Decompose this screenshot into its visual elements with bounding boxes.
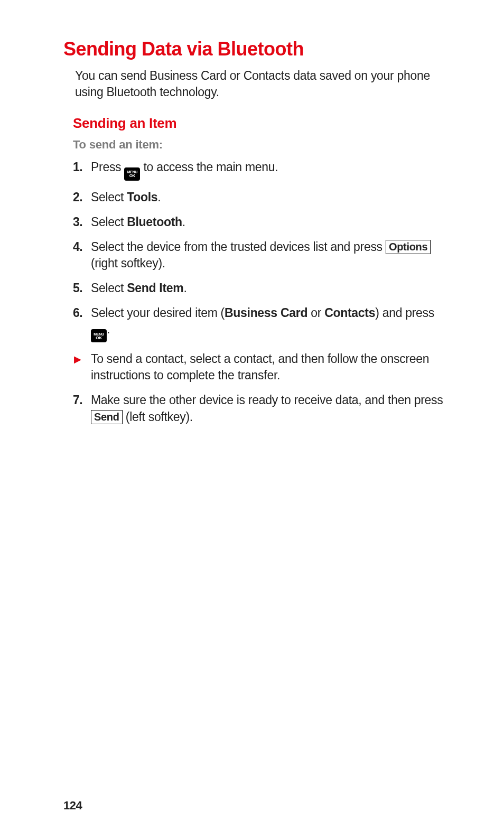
step-bold: Bluetooth [127, 215, 182, 229]
page-number: 124 [63, 799, 82, 813]
step-text: to access the main menu. [140, 160, 278, 174]
step-text: (right softkey). [91, 256, 165, 270]
step-number: 5. [73, 280, 82, 296]
step-4: 4. Select the device from the trusted de… [73, 239, 451, 272]
sub-bullet-text: To send a contact, select a contact, and… [91, 352, 429, 382]
step-text: (left softkey). [123, 410, 193, 424]
step-1: 1. Press MENUOK to access the main menu. [73, 159, 451, 181]
step-text: Press [91, 160, 124, 174]
step-text: Select your desired item ( [91, 306, 225, 320]
steps-list: 1. Press MENUOK to access the main menu.… [73, 159, 451, 342]
triangle-bullet-icon: ▶ [74, 353, 81, 366]
step-number: 7. [73, 392, 82, 408]
step-bold: Send Item [127, 281, 183, 295]
step-text: ) and press [375, 306, 434, 320]
step-number: 4. [73, 239, 82, 255]
step-6: 6. Select your desired item (Business Ca… [73, 305, 451, 343]
menu-ok-key-icon: MENUOK [124, 167, 140, 181]
options-softkey-icon: Options [386, 240, 431, 254]
page-title: Sending Data via Bluetooth [63, 38, 451, 60]
step-3: 3. Select Bluetooth. [73, 214, 451, 230]
step-number: 6. [73, 305, 82, 321]
step-text: Make sure the other device is ready to r… [91, 393, 443, 407]
step-5: 5. Select Send Item. [73, 280, 451, 296]
sub-bullet: ▶ To send a contact, select a contact, a… [73, 351, 451, 384]
section-subtitle: Sending an Item [73, 115, 451, 132]
step-text: . [182, 215, 185, 229]
step-number: 1. [73, 159, 82, 175]
menu-ok-key-icon: MENUOK [91, 329, 107, 342]
intro-paragraph: You can send Business Card or Contacts d… [75, 68, 451, 100]
step-7: 7. Make sure the other device is ready t… [73, 392, 451, 425]
manual-page: Sending Data via Bluetooth You can send … [0, 0, 504, 840]
step-text: or [307, 306, 324, 320]
step-text: Select [91, 190, 127, 204]
send-softkey-icon: Send [91, 410, 123, 424]
step-number: 2. [73, 189, 82, 206]
lead-text: To send an item: [73, 138, 451, 152]
step-2: 2. Select Tools. [73, 189, 451, 206]
step-text: . [157, 190, 161, 204]
step-text: . [107, 322, 110, 336]
step-bold: Tools [127, 190, 157, 204]
step-text: . [183, 281, 186, 295]
step-bold: Business Card [225, 306, 307, 320]
step-number: 3. [73, 214, 82, 230]
step-text: Select [91, 281, 127, 295]
steps-list-continued: 7. Make sure the other device is ready t… [73, 392, 451, 425]
step-text: Select [91, 215, 127, 229]
step-text: Select the device from the trusted devic… [91, 240, 386, 254]
step-bold: Contacts [324, 306, 375, 320]
